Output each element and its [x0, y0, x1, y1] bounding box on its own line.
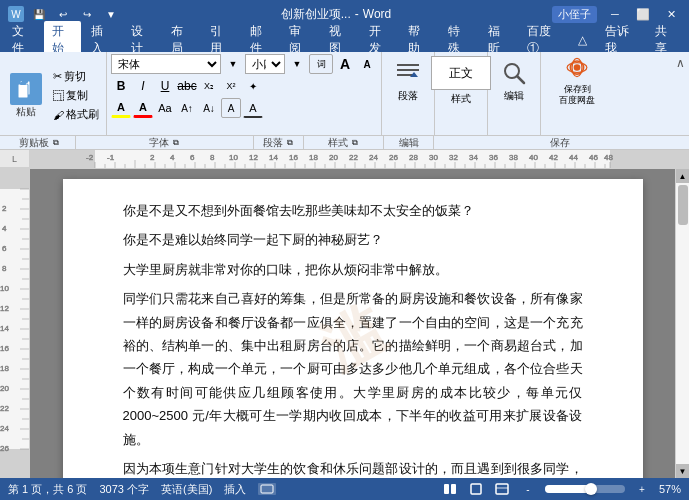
paragraph-3: 大学里厨房就非常对你的口味，把你从烦闷非常中解放。 [123, 258, 583, 281]
svg-text:32: 32 [449, 153, 458, 162]
svg-text:38: 38 [509, 153, 518, 162]
ribbon-groups: 粘贴 ✂ 剪切 ⿹ 复制 🖌 格式刷 [0, 52, 689, 135]
format-painter-label: 格式刷 [66, 107, 99, 122]
page-view-btn[interactable] [467, 482, 485, 496]
font-color-highlight-btn[interactable]: A [111, 98, 131, 118]
superscript-btn[interactable]: X² [221, 76, 241, 96]
save-label-row: 保存 [434, 136, 685, 150]
font-row-2: B I U abc X₂ X² ✦ [111, 76, 377, 96]
paragraph-group: 段落 [382, 52, 435, 135]
svg-text:-2: -2 [86, 153, 94, 162]
vertical-scrollbar[interactable]: ▲ ▼ [675, 169, 689, 478]
italic-btn[interactable]: I [133, 76, 153, 96]
status-bar-right: - + 57% [441, 482, 681, 496]
horizontal-ruler: -2 -1 2 4 6 [30, 150, 689, 168]
scroll-up-btn[interactable]: ▲ [676, 169, 690, 183]
strikethrough-btn[interactable]: abc [177, 76, 197, 96]
styles-expand-icon[interactable]: ⧉ [350, 138, 360, 148]
collapse-icon[interactable]: ∧ [676, 56, 685, 70]
clear-format-btn[interactable]: ✦ [243, 76, 263, 96]
edit-btn[interactable]: 编辑 [494, 56, 534, 106]
ruler-area: L -2 -1 [0, 150, 689, 169]
subscript-btn[interactable]: X₂ [199, 76, 219, 96]
font-row-3: A A Aa A↑ A↓ A A [111, 98, 377, 118]
web-view-btn[interactable] [493, 482, 511, 496]
zoom-level: 57% [659, 483, 681, 495]
svg-point-10 [574, 64, 581, 71]
user-badge[interactable]: 小侄子 [552, 6, 597, 23]
svg-text:36: 36 [489, 153, 498, 162]
svg-rect-141 [471, 484, 481, 494]
copy-icon: ⿹ [53, 90, 64, 102]
zoom-in-btn[interactable]: + [633, 482, 651, 496]
clipboard-right: ✂ 剪切 ⿹ 复制 🖌 格式刷 [50, 56, 102, 135]
paste-button[interactable]: 粘贴 [4, 56, 48, 135]
svg-text:46: 46 [589, 153, 598, 162]
page-container[interactable]: 滥 你是不是又不想到外面餐馆去吃那些美味却不太安全的饭菜？ 你是不是难以始终同学… [30, 169, 675, 478]
menu-delta[interactable]: △ [570, 31, 595, 49]
font-color-btn[interactable]: A [133, 98, 153, 118]
svg-text:48: 48 [604, 153, 613, 162]
read-view-btn[interactable] [441, 482, 459, 496]
shrink-font-btn[interactable]: A [357, 54, 377, 74]
font-border-btn[interactable]: A [243, 98, 263, 118]
font-size-expand[interactable]: ▼ [287, 54, 307, 74]
underline-btn[interactable]: U [155, 76, 175, 96]
svg-rect-140 [451, 484, 456, 494]
clipboard-group: 粘贴 ✂ 剪切 ⿹ 复制 🖌 格式刷 [0, 52, 107, 135]
svg-text:14: 14 [0, 324, 9, 333]
content-area: 2 4 6 8 10 12 [0, 169, 689, 478]
svg-text:16: 16 [289, 153, 298, 162]
paragraph-btn[interactable]: 段落 [388, 56, 428, 106]
copy-label: 复制 [66, 88, 88, 103]
paste-label: 粘贴 [16, 105, 36, 119]
copy-btn[interactable]: ⿹ 复制 [50, 87, 102, 104]
clipboard-expand-icon[interactable]: ⧉ [51, 138, 61, 148]
paragraph-label: 段落 [398, 89, 418, 103]
menu-bar: 文件 开始 插入 设计 布局 引用 邮件 审阅 视图 开发 帮助 特殊 福昕 百… [0, 28, 689, 52]
svg-text:18: 18 [309, 153, 318, 162]
ribbon-collapse-btn[interactable]: ∧ [672, 52, 689, 135]
styles-btn[interactable]: 正文 样式 [441, 56, 481, 106]
font-name-select[interactable]: 宋体 [111, 54, 221, 74]
font-aa2[interactable]: A↑ [177, 98, 197, 118]
cut-btn[interactable]: ✂ 剪切 [50, 68, 102, 85]
svg-text:12: 12 [249, 153, 258, 162]
scroll-thumb[interactable] [678, 185, 688, 225]
scroll-down-btn[interactable]: ▼ [676, 464, 690, 478]
font-aa3[interactable]: A↓ [199, 98, 219, 118]
svg-text:26: 26 [389, 153, 398, 162]
app-window: W 💾 ↩ ↪ ▼ 创新创业项... - Word 小侄子 ─ ⬜ ✕ 文件 开… [0, 0, 689, 500]
svg-text:-1: -1 [107, 153, 115, 162]
font-name-expand[interactable]: ▼ [223, 54, 243, 74]
svg-text:8: 8 [210, 153, 215, 162]
save-baidu-btn[interactable]: 保存到百度网盘 [549, 56, 605, 106]
page-info: 第 1 页，共 6 页 [8, 482, 87, 497]
bold-btn[interactable]: B [111, 76, 131, 96]
para-group-label: 段落 [263, 136, 283, 150]
save-baidu-label: 保存到百度网盘 [559, 84, 595, 106]
cut-label: 剪切 [64, 69, 86, 84]
format-painter-btn[interactable]: 🖌 格式刷 [50, 106, 102, 123]
change-case-btn[interactable]: A [221, 98, 241, 118]
zoom-out-btn[interactable]: - [519, 482, 537, 496]
font-expand-icon[interactable]: ⧉ [171, 138, 181, 148]
svg-rect-5 [397, 69, 419, 71]
grow-font-btn[interactable]: A [335, 54, 355, 74]
svg-line-8 [517, 76, 524, 83]
font-size-select[interactable]: 小四 [245, 54, 285, 74]
svg-text:26: 26 [0, 444, 9, 453]
svg-text:2: 2 [150, 153, 155, 162]
svg-text:40: 40 [529, 153, 538, 162]
ribbon: 粘贴 ✂ 剪切 ⿹ 复制 🖌 格式刷 [0, 52, 689, 150]
wubi-icon[interactable]: 词 [309, 54, 333, 74]
svg-text:16: 16 [0, 344, 9, 353]
font-group: 宋体 ▼ 小四 ▼ 词 A A B I U abc X₂ [107, 52, 382, 135]
cut-icon: ✂ [53, 70, 62, 83]
font-size-aa[interactable]: Aa [155, 98, 175, 118]
vertical-ruler: 2 4 6 8 10 12 [0, 169, 30, 478]
svg-rect-96 [0, 169, 30, 189]
svg-rect-139 [444, 484, 449, 494]
zoom-slider[interactable] [545, 485, 625, 493]
para-expand-icon[interactable]: ⧉ [285, 138, 295, 148]
